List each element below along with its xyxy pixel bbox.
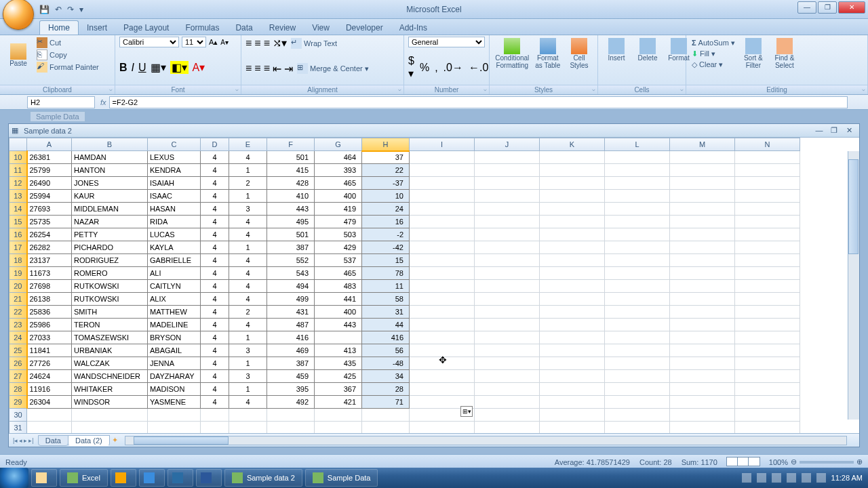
start-button[interactable] <box>0 468 28 488</box>
cell[interactable] <box>670 164 735 177</box>
cell[interactable]: 387 <box>267 357 315 370</box>
cell[interactable]: 1 <box>229 241 267 254</box>
cell[interactable]: 27698 <box>27 280 72 293</box>
col-header-F[interactable]: F <box>267 138 315 151</box>
cell[interactable] <box>475 151 540 164</box>
cell[interactable]: 78 <box>362 267 410 280</box>
cell[interactable]: ABAGAIL <box>148 344 201 357</box>
cell[interactable] <box>735 164 800 177</box>
cell[interactable] <box>362 422 410 434</box>
cell[interactable] <box>229 422 267 434</box>
cell[interactable]: -37 <box>362 177 410 190</box>
cell[interactable] <box>540 177 605 190</box>
cell[interactable] <box>475 190 540 203</box>
cell[interactable]: 4 <box>229 396 267 409</box>
orientation-icon[interactable]: ⤭▾ <box>273 37 287 49</box>
row-header[interactable]: 14 <box>9 203 27 216</box>
cell[interactable]: PICHARDO <box>72 241 148 254</box>
cell[interactable]: -42 <box>362 241 410 254</box>
row-header[interactable]: 17 <box>9 241 27 254</box>
cell[interactable]: MADELINE <box>148 319 201 331</box>
fill-button[interactable]: ⬇ Fill ▾ <box>690 49 736 59</box>
cell[interactable] <box>735 306 800 319</box>
cell[interactable]: 419 <box>315 203 362 216</box>
cell[interactable]: 4 <box>201 383 229 396</box>
row-header[interactable]: 11 <box>9 164 27 177</box>
cell[interactable]: 421 <box>315 396 362 409</box>
autosum-button[interactable]: Σ AutoSum ▾ <box>690 38 736 48</box>
tray-icon[interactable] <box>757 473 766 483</box>
cell[interactable]: 15 <box>362 254 410 267</box>
delete-cells-button[interactable]: Delete <box>633 37 662 63</box>
cell[interactable] <box>540 216 605 228</box>
row-header[interactable]: 28 <box>9 383 27 396</box>
cell[interactable]: 44 <box>362 319 410 331</box>
cell[interactable] <box>540 370 605 383</box>
close-button[interactable]: ✕ <box>838 1 865 14</box>
qat-more-icon[interactable]: ▾ <box>79 5 83 14</box>
cell[interactable] <box>670 177 735 190</box>
system-tray[interactable]: 11:28 AM <box>742 473 868 483</box>
cell[interactable]: 537 <box>315 254 362 267</box>
cell[interactable] <box>410 228 475 241</box>
row-header[interactable]: 13 <box>9 190 27 203</box>
row-header[interactable]: 18 <box>9 254 27 267</box>
cell[interactable]: 503 <box>315 228 362 241</box>
paste-button[interactable]: Paste <box>4 42 33 68</box>
cell[interactable]: 465 <box>315 267 362 280</box>
spreadsheet-grid[interactable]: ABCDEFGHIJKLMN1026381HAMDANLEXUS44501464… <box>9 138 800 433</box>
merge-center-button[interactable]: ⊞Merge & Center ▾ <box>296 62 370 75</box>
cell[interactable]: TOMASZEWSKI <box>72 331 148 344</box>
cell[interactable] <box>267 422 315 434</box>
cell[interactable]: 25799 <box>27 164 72 177</box>
cell[interactable] <box>605 396 670 409</box>
cell[interactable]: 4 <box>201 164 229 177</box>
tray-icon[interactable] <box>772 473 781 483</box>
cell[interactable] <box>540 164 605 177</box>
taskbar-item-excel[interactable]: Excel <box>60 469 108 487</box>
cell[interactable]: 4 <box>201 267 229 280</box>
cell[interactable]: 4 <box>201 228 229 241</box>
decrease-decimal-icon[interactable]: ←.0 <box>469 62 488 74</box>
cell[interactable]: 4 <box>201 203 229 216</box>
col-header-M[interactable]: M <box>670 138 735 151</box>
row-header[interactable]: 15 <box>9 216 27 228</box>
shrink-font-icon[interactable]: A▾ <box>220 39 229 46</box>
sort-filter-button[interactable]: Sort & Filter <box>739 37 768 70</box>
cell[interactable]: 37 <box>362 151 410 164</box>
redo-icon[interactable]: ↷ <box>67 5 74 14</box>
align-middle-icon[interactable]: ≡ <box>254 37 260 49</box>
cell[interactable] <box>27 409 72 422</box>
cell[interactable] <box>410 254 475 267</box>
cell[interactable] <box>475 331 540 344</box>
cell[interactable] <box>670 383 735 396</box>
cell[interactable] <box>670 344 735 357</box>
fill-color-button[interactable]: ◧▾ <box>170 61 189 74</box>
cell[interactable] <box>605 190 670 203</box>
cell[interactable]: 4 <box>201 216 229 228</box>
cell[interactable] <box>540 267 605 280</box>
cell[interactable] <box>475 306 540 319</box>
cell[interactable]: 499 <box>267 293 315 306</box>
cell[interactable]: 56 <box>362 344 410 357</box>
cell[interactable] <box>670 331 735 344</box>
cell[interactable]: 4 <box>201 306 229 319</box>
cell[interactable] <box>735 254 800 267</box>
cell[interactable] <box>475 293 540 306</box>
cell[interactable] <box>540 306 605 319</box>
wb-close-button[interactable]: ✕ <box>842 126 856 135</box>
cell[interactable] <box>315 422 362 434</box>
cell[interactable] <box>410 370 475 383</box>
cell[interactable]: 11841 <box>27 344 72 357</box>
cell[interactable] <box>735 241 800 254</box>
wb-minimize-button[interactable]: — <box>812 126 827 135</box>
align-right-icon[interactable]: ≡ <box>264 62 270 75</box>
cell[interactable] <box>605 422 670 434</box>
cell[interactable]: PETTY <box>72 228 148 241</box>
cell[interactable]: 393 <box>315 164 362 177</box>
cell[interactable] <box>475 370 540 383</box>
cell[interactable] <box>605 203 670 216</box>
cell[interactable]: WALCZAK <box>72 357 148 370</box>
cell[interactable]: ALI <box>148 267 201 280</box>
taskbar-word[interactable] <box>196 469 222 487</box>
